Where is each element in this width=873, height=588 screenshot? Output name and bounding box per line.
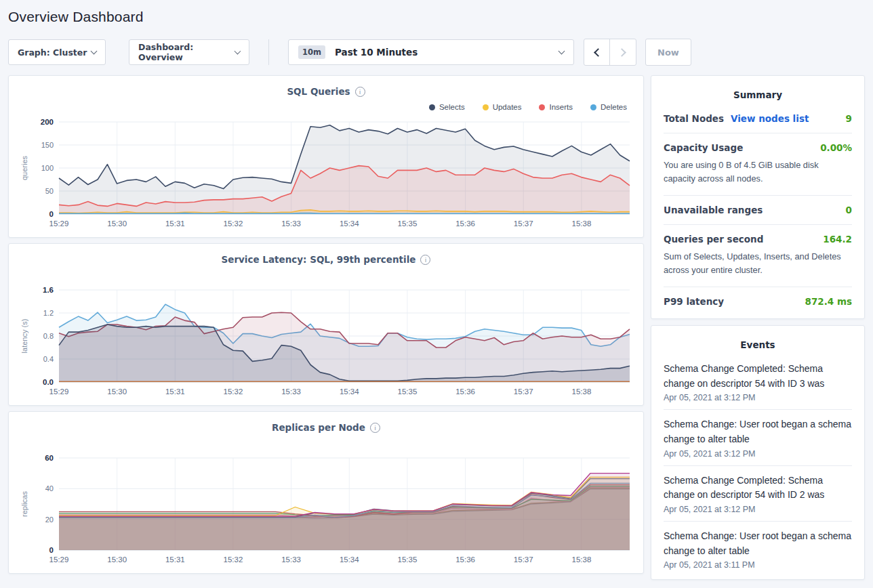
qps-description: Sum of Selects, Updates, Inserts, and De… — [664, 250, 852, 278]
svg-text:latency (s): latency (s) — [20, 319, 28, 354]
info-icon[interactable] — [420, 255, 430, 265]
events-panel: Events Schema Change Completed: Schema c… — [651, 325, 865, 581]
svg-text:15:33: 15:33 — [281, 219, 301, 228]
svg-text:15:30: 15:30 — [107, 555, 127, 564]
svg-text:150: 150 — [41, 141, 54, 149]
summary-panel: Summary Total Nodes View nodes list 9 Ca… — [651, 75, 865, 319]
svg-text:0.8: 0.8 — [43, 332, 54, 340]
svg-text:1.6: 1.6 — [43, 286, 54, 294]
chart-legend — [18, 267, 634, 283]
dashboard-dropdown[interactable]: Dashboard: Overview — [129, 39, 249, 65]
main-content: SQL Queries SelectsUpdatesInsertsDeletes… — [8, 75, 865, 580]
event-message: Schema Change Completed: Schema change o… — [664, 362, 852, 391]
time-step-buttons — [584, 39, 636, 66]
svg-text:50: 50 — [45, 187, 54, 195]
legend-dot-icon — [429, 104, 435, 110]
legend-item: Updates — [483, 103, 522, 111]
view-nodes-list-link[interactable]: View nodes list — [731, 113, 809, 124]
event-item: Schema Change Completed: Schema change o… — [664, 466, 852, 522]
sql-queries-chart[interactable]: 15:2915:3015:3115:3215:3315:3415:3515:36… — [18, 115, 634, 232]
svg-text:15:35: 15:35 — [398, 387, 418, 396]
svg-text:15:37: 15:37 — [514, 555, 533, 564]
vertical-divider — [268, 39, 269, 65]
event-message: Schema Change Completed: Schema change o… — [664, 474, 852, 503]
p99-latency-label: P99 latency — [664, 296, 724, 307]
svg-text:15:31: 15:31 — [165, 555, 185, 564]
chart-header: Replicas per Node — [18, 420, 634, 435]
event-message: Schema Change: User root began a schema … — [664, 529, 852, 558]
svg-text:200: 200 — [41, 118, 54, 126]
summary-row-unavailable-ranges: Unavailable ranges 0 — [664, 196, 852, 225]
svg-text:15:36: 15:36 — [455, 555, 475, 564]
next-time-button[interactable] — [610, 39, 636, 65]
svg-text:100: 100 — [41, 164, 54, 172]
svg-text:15:35: 15:35 — [398, 555, 418, 564]
total-nodes-value: 9 — [846, 113, 852, 124]
previous-time-button[interactable] — [584, 39, 610, 65]
unavailable-ranges-label: Unavailable ranges — [664, 205, 763, 215]
summary-row-total-nodes: Total Nodes View nodes list 9 — [664, 104, 852, 133]
svg-text:replicas: replicas — [20, 491, 28, 517]
graph-dropdown[interactable]: Graph: Cluster — [8, 39, 106, 65]
chart-title: SQL Queries — [287, 86, 350, 97]
svg-text:15:33: 15:33 — [281, 555, 301, 564]
capacity-usage-description: You are using 0 B of 4.5 GiB usable disk… — [664, 159, 852, 186]
summary-row-capacity: Capacity Usage 0.00% You are using 0 B o… — [664, 133, 852, 196]
svg-text:15:29: 15:29 — [49, 555, 69, 564]
svg-text:15:29: 15:29 — [49, 219, 69, 228]
qps-value: 164.2 — [823, 234, 852, 245]
event-timestamp: Apr 05, 2021 at 3:11 PM — [664, 560, 852, 570]
svg-text:15:34: 15:34 — [340, 555, 359, 564]
sidebar: Summary Total Nodes View nodes list 9 Ca… — [651, 75, 865, 580]
svg-text:0: 0 — [49, 210, 54, 218]
event-item: Schema Change: User root began a schema … — [664, 410, 852, 465]
svg-text:15:36: 15:36 — [455, 387, 475, 396]
unavailable-ranges-value: 0 — [846, 205, 852, 215]
total-nodes-label: Total Nodes — [664, 113, 724, 124]
chevron-left-icon — [594, 48, 603, 57]
service-latency-chart[interactable]: 15:2915:3015:3115:3215:3315:3415:3515:36… — [18, 283, 634, 400]
event-timestamp: Apr 05, 2021 at 3:12 PM — [664, 505, 852, 514]
chart-title: Replicas per Node — [272, 422, 365, 433]
chart-header: Service Latency: SQL, 99th percentile — [18, 252, 634, 267]
info-icon[interactable] — [370, 423, 380, 433]
dashboard-controls: Graph: Cluster Dashboard: Overview 10m P… — [8, 39, 865, 66]
page-title: Overview Dashboard — [8, 9, 865, 25]
info-icon[interactable] — [355, 87, 365, 97]
svg-text:15:37: 15:37 — [514, 219, 533, 228]
svg-text:20: 20 — [45, 516, 54, 524]
event-item: Schema Change Completed: Schema change o… — [664, 354, 852, 410]
p99-latency-value: 872.4 ms — [805, 296, 852, 307]
svg-text:0: 0 — [49, 546, 54, 554]
chart-panel-service-latency: Service Latency: SQL, 99th percentile 15… — [8, 243, 644, 406]
qps-label: Queries per second — [664, 234, 763, 245]
svg-text:15:30: 15:30 — [107, 387, 127, 396]
event-message: Schema Change: User root began a schema … — [664, 417, 852, 446]
now-button[interactable]: Now — [645, 39, 691, 66]
legend-item: Deletes — [590, 103, 627, 111]
replicas-per-node-chart[interactable]: 15:2915:3015:3115:3215:3315:3415:3515:36… — [18, 451, 634, 568]
overview-dashboard-page: Overview Dashboard Graph: Cluster Dashbo… — [0, 9, 873, 580]
time-range-label: Past 10 Minutes — [335, 47, 418, 58]
event-timestamp: Apr 05, 2021 at 3:12 PM — [664, 393, 852, 402]
chart-title: Service Latency: SQL, 99th percentile — [222, 254, 416, 265]
svg-text:15:34: 15:34 — [340, 219, 359, 228]
summary-row-qps: Queries per second 164.2 Sum of Selects,… — [664, 225, 852, 287]
events-title: Events — [664, 334, 852, 354]
time-range-picker[interactable]: 10m Past 10 Minutes — [288, 39, 574, 65]
svg-text:queries: queries — [20, 155, 28, 180]
svg-text:15:33: 15:33 — [281, 387, 301, 396]
time-range-badge: 10m — [298, 45, 325, 59]
summary-row-p99-latency: P99 latency 872.4 ms — [664, 287, 852, 316]
dashboard-dropdown-label: Dashboard: Overview — [138, 42, 235, 62]
capacity-usage-label: Capacity Usage — [664, 142, 743, 153]
svg-text:15:38: 15:38 — [572, 555, 592, 564]
charts-column: SQL Queries SelectsUpdatesInsertsDeletes… — [8, 75, 644, 574]
svg-text:15:29: 15:29 — [49, 387, 69, 396]
svg-text:15:34: 15:34 — [340, 387, 359, 396]
graph-dropdown-label: Graph: Cluster — [18, 47, 87, 58]
svg-text:15:32: 15:32 — [224, 387, 243, 396]
chart-panel-replicas-per-node: Replicas per Node 15:2915:3015:3115:3215… — [8, 411, 644, 574]
svg-text:1.2: 1.2 — [43, 309, 54, 317]
svg-text:15:30: 15:30 — [107, 219, 127, 228]
